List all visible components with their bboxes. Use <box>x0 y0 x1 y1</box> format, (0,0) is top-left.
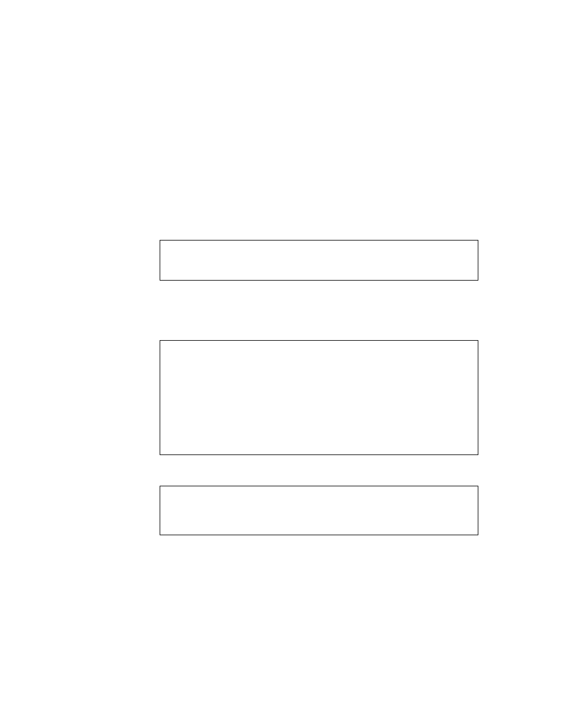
empty-box-2 <box>160 340 478 455</box>
empty-box-3 <box>160 486 478 535</box>
empty-box-1 <box>160 240 478 281</box>
